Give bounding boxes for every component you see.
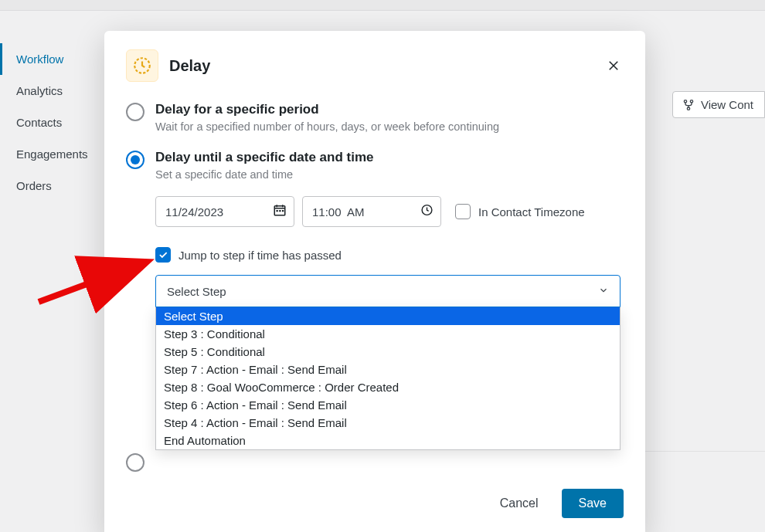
sidebar-item-analytics[interactable]: Analytics	[0, 75, 116, 107]
svg-point-1	[690, 100, 692, 102]
sidebar-item-workflow[interactable]: Workflow	[0, 43, 116, 75]
delay-datetime-label: Delay until a specific date and time	[155, 150, 373, 165]
delay-datetime-option[interactable]: Delay until a specific date and time Set…	[126, 150, 624, 181]
sidebar-item-engagements[interactable]: Engagements	[0, 138, 116, 170]
timezone-label: In Contact Timezone	[478, 205, 585, 219]
date-input-wrap	[155, 196, 294, 227]
svg-point-0	[684, 100, 686, 102]
radio-unselected-icon	[126, 103, 144, 121]
delay-datetime-sub: Set a specific date and time	[155, 168, 373, 181]
app-top-bar	[0, 0, 765, 11]
svg-point-2	[687, 107, 689, 110]
view-contacts-label: View Cont	[701, 98, 753, 111]
modal-close-button[interactable]	[604, 56, 624, 76]
modal-title: Delay	[169, 57, 210, 75]
step-option[interactable]: Step 3 : Conditional	[156, 325, 620, 343]
svg-rect-9	[279, 210, 280, 212]
view-contacts-button[interactable]: View Cont	[672, 91, 765, 118]
chevron-down-icon	[598, 285, 609, 298]
step-select-dropdown: Select Step Step 3 : Conditional Step 5 …	[155, 307, 620, 450]
step-option[interactable]: Step 8 : Goal WooCommerce : Order Create…	[156, 378, 620, 396]
clock-small-icon	[420, 204, 434, 220]
step-select-value: Select Step	[167, 285, 226, 298]
branch-icon	[682, 99, 695, 111]
delay-third-option[interactable]	[126, 452, 624, 472]
jump-checkbox[interactable]	[155, 247, 171, 263]
sidebar: Workflow Analytics Contacts Engagements …	[0, 11, 116, 532]
step-option[interactable]: Select Step	[156, 307, 620, 325]
check-icon	[158, 249, 168, 260]
step-select[interactable]: Select Step	[155, 275, 620, 307]
step-option[interactable]: Step 4 : Action - Email : Send Email	[156, 414, 620, 432]
clock-icon	[132, 56, 152, 76]
delay-modal: Delay Delay for a specific period Wait f…	[104, 31, 645, 532]
svg-rect-8	[277, 210, 278, 212]
time-input-wrap	[302, 196, 441, 227]
step-option[interactable]: Step 7 : Action - Email : Send Email	[156, 361, 620, 378]
delay-period-sub: Wait for a specified number of hours, da…	[155, 120, 499, 133]
calendar-icon	[273, 203, 287, 220]
step-option[interactable]: End Automation	[156, 432, 620, 449]
step-option[interactable]: Step 6 : Action - Email : Send Email	[156, 396, 620, 414]
sidebar-item-contacts[interactable]: Contacts	[0, 107, 116, 138]
radio-selected-icon	[126, 151, 144, 169]
delay-period-label: Delay for a specific period	[155, 102, 499, 117]
radio-unselected-icon	[126, 453, 144, 472]
close-icon	[607, 59, 620, 73]
delay-period-option[interactable]: Delay for a specific period Wait for a s…	[126, 102, 624, 133]
timezone-checkbox[interactable]	[455, 204, 471, 219]
cancel-button[interactable]: Cancel	[492, 490, 546, 517]
step-option[interactable]: Step 5 : Conditional	[156, 343, 620, 361]
jump-label: Jump to step if time has passed	[178, 249, 342, 262]
delay-title-icon	[126, 49, 158, 82]
svg-rect-10	[282, 210, 284, 212]
save-button[interactable]: Save	[562, 489, 624, 518]
sidebar-item-orders[interactable]: Orders	[0, 170, 116, 202]
